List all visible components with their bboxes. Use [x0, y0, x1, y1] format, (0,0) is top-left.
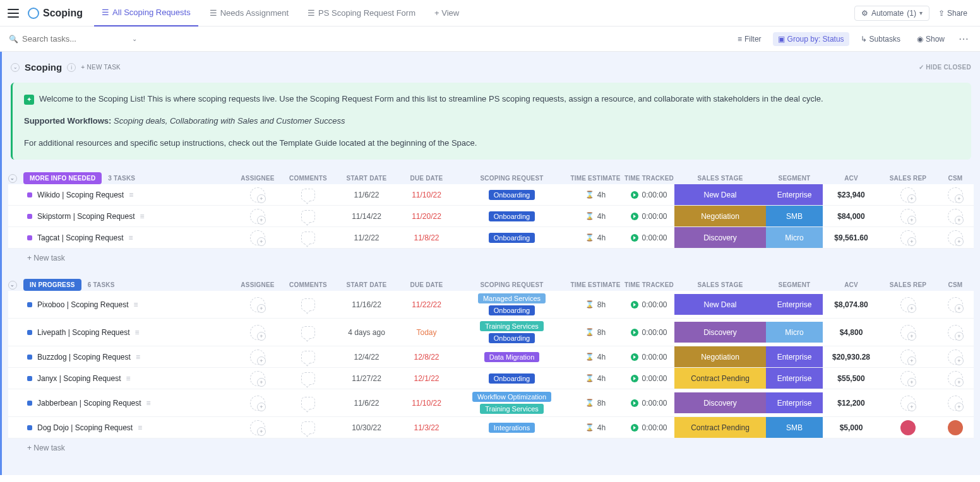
due-date[interactable]: 11/10/22: [397, 191, 457, 199]
segment[interactable]: Micro: [766, 227, 823, 248]
time-tracked[interactable]: 0:00:00: [624, 399, 674, 408]
avatar[interactable]: [948, 420, 963, 435]
time-tracked[interactable]: 0:00:00: [624, 212, 674, 221]
time-tracked[interactable]: 0:00:00: [624, 233, 674, 242]
tag[interactable]: Onboarding: [489, 190, 535, 200]
tag[interactable]: Training Services: [480, 404, 544, 414]
column-header[interactable]: ASSIGNEE: [236, 281, 280, 288]
assignee-placeholder[interactable]: [250, 230, 265, 245]
task-row[interactable]: Janyx | Scoping Request≡11/27/2212/1/22O…: [8, 368, 974, 389]
column-header[interactable]: SALES STAGE: [674, 175, 766, 182]
column-header[interactable]: SALES REP: [880, 281, 936, 288]
sales-rep-placeholder[interactable]: [900, 350, 916, 365]
segment[interactable]: Enterprise: [766, 184, 823, 205]
column-header[interactable]: ACV: [823, 175, 880, 182]
column-header[interactable]: TIME ESTIMATE: [567, 281, 624, 288]
menu-icon[interactable]: [8, 9, 19, 18]
automate-button[interactable]: ⚙ Automate (1) ▾: [854, 6, 929, 21]
sales-stage[interactable]: Negotiation: [674, 346, 766, 367]
task-row[interactable]: Skipstorm | Scoping Request≡11/14/2211/2…: [8, 206, 974, 227]
sales-stage[interactable]: New Deal: [674, 184, 766, 205]
filter-button[interactable]: ≡Filter: [732, 32, 767, 46]
new-task-link[interactable]: + NEW TASK: [81, 64, 121, 71]
comment-icon[interactable]: [301, 397, 315, 409]
time-tracked[interactable]: 0:00:00: [624, 374, 674, 383]
column-header[interactable]: ACV: [823, 281, 880, 288]
sales-stage[interactable]: Discovery: [674, 322, 766, 343]
avatar[interactable]: [900, 420, 916, 435]
segment[interactable]: SMB: [766, 417, 823, 438]
assignee-placeholder[interactable]: [250, 187, 265, 203]
description-icon[interactable]: ≡: [134, 300, 138, 309]
status-pill[interactable]: IN PROGRESS: [23, 279, 81, 291]
sales-rep-placeholder[interactable]: [900, 396, 916, 411]
description-icon[interactable]: ≡: [146, 399, 151, 408]
tag[interactable]: Onboarding: [489, 211, 535, 221]
description-icon[interactable]: ≡: [136, 353, 140, 362]
time-tracked[interactable]: 0:00:00: [624, 191, 674, 199]
time-tracked[interactable]: 0:00:00: [624, 328, 674, 337]
due-date[interactable]: 11/3/22: [397, 423, 457, 432]
comment-icon[interactable]: [301, 189, 315, 201]
time-estimate[interactable]: ⌛4h: [567, 374, 624, 383]
more-icon[interactable]: ⋯: [956, 33, 971, 45]
assignee-placeholder[interactable]: [250, 325, 265, 340]
column-header[interactable]: CSM: [936, 281, 974, 288]
due-date[interactable]: 12/1/22: [397, 374, 457, 383]
start-date[interactable]: 11/6/22: [337, 399, 397, 408]
column-header[interactable]: START DATE: [337, 175, 397, 182]
sales-rep-placeholder[interactable]: [900, 371, 916, 386]
play-icon[interactable]: [631, 375, 638, 382]
play-icon[interactable]: [631, 213, 638, 220]
start-date[interactable]: 4 days ago: [337, 328, 397, 337]
task-row[interactable]: Tagcat | Scoping Request≡11/2/2211/8/22O…: [8, 227, 974, 249]
start-date[interactable]: 11/27/22: [337, 374, 397, 383]
description-icon[interactable]: ≡: [129, 233, 133, 242]
time-estimate[interactable]: ⌛4h: [567, 233, 624, 242]
status-pill[interactable]: MORE INFO NEEDED: [23, 172, 102, 184]
description-icon[interactable]: ≡: [140, 212, 145, 221]
acv[interactable]: $8,074.80: [823, 300, 880, 309]
collapse-icon[interactable]: ⌄: [11, 63, 20, 72]
due-date[interactable]: 11/10/22: [397, 399, 457, 408]
comment-icon[interactable]: [301, 421, 315, 434]
new-task-button[interactable]: + New task: [8, 249, 974, 267]
group-by-button[interactable]: ▣Group by: Status: [773, 32, 849, 46]
play-icon[interactable]: [631, 234, 638, 242]
task-row[interactable]: Wikido | Scoping Request≡11/6/2211/10/22…: [8, 184, 974, 206]
add-view-tab[interactable]: + View: [427, 0, 467, 26]
view-tab[interactable]: ☰PS Scoping Request Form: [300, 0, 423, 26]
sales-rep-placeholder[interactable]: [900, 187, 916, 203]
time-tracked[interactable]: 0:00:00: [624, 300, 674, 309]
assignee-placeholder[interactable]: [250, 420, 265, 435]
description-icon[interactable]: ≡: [126, 374, 131, 383]
view-tab[interactable]: ☰All Scoping Requests: [94, 0, 198, 26]
sales-stage[interactable]: Discovery: [674, 227, 766, 248]
segment[interactable]: Enterprise: [766, 294, 823, 315]
description-icon[interactable]: ≡: [135, 328, 140, 337]
column-header[interactable]: ASSIGNEE: [236, 175, 280, 182]
chevron-down-icon[interactable]: ⌄: [132, 35, 137, 42]
due-date[interactable]: 11/8/22: [397, 233, 457, 242]
csm-placeholder[interactable]: [948, 371, 963, 386]
tag[interactable]: Workflow Optimization: [472, 392, 551, 402]
acv[interactable]: $55,500: [823, 374, 880, 383]
time-estimate[interactable]: ⌛8h: [567, 328, 624, 337]
column-header[interactable]: CSM: [936, 175, 974, 182]
time-estimate[interactable]: ⌛4h: [567, 212, 624, 221]
assignee-placeholder[interactable]: [250, 209, 265, 224]
tag[interactable]: Integrations: [489, 423, 535, 433]
assignee-placeholder[interactable]: [250, 396, 265, 411]
sales-stage[interactable]: New Deal: [674, 294, 766, 315]
csm-placeholder[interactable]: [948, 325, 963, 340]
column-header[interactable]: TIME TRACKED: [624, 281, 674, 288]
column-header[interactable]: TIME ESTIMATE: [567, 175, 624, 182]
csm-placeholder[interactable]: [948, 396, 963, 411]
time-estimate[interactable]: ⌛4h: [567, 191, 624, 199]
search-input[interactable]: [22, 34, 128, 44]
due-date[interactable]: Today: [397, 328, 457, 337]
start-date[interactable]: 11/14/22: [337, 212, 397, 221]
acv[interactable]: $12,200: [823, 399, 880, 408]
info-icon[interactable]: i: [67, 63, 76, 72]
column-header[interactable]: TIME TRACKED: [624, 175, 674, 182]
